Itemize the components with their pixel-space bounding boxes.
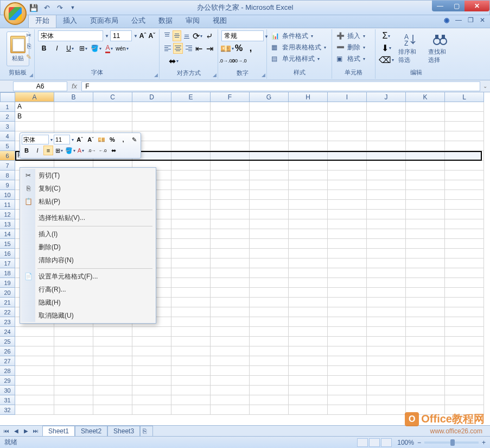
number-dialog-launcher[interactable]: ◢ [262, 72, 265, 78]
cell[interactable] [367, 112, 406, 122]
increase-font-icon[interactable]: Aˆ [139, 30, 147, 41]
cell[interactable] [289, 268, 328, 278]
cell[interactable] [250, 356, 289, 366]
cell[interactable] [171, 102, 211, 112]
cell[interactable] [250, 327, 289, 337]
row-header[interactable]: 8 [0, 171, 15, 180]
cell[interactable]: B [15, 112, 54, 122]
row-header[interactable]: 11 [0, 200, 15, 210]
close-button[interactable]: ✕ [464, 1, 489, 11]
tab-formulas[interactable]: 公式 [125, 14, 152, 28]
cell[interactable] [328, 337, 367, 346]
cell[interactable] [445, 327, 484, 337]
expand-formula-icon[interactable]: ⌄ [480, 83, 490, 89]
cell[interactable] [406, 317, 445, 327]
mini-size-combo[interactable] [54, 135, 70, 144]
cell[interactable] [171, 376, 211, 386]
cell[interactable] [328, 307, 367, 317]
cell[interactable] [328, 386, 367, 395]
cell[interactable] [211, 405, 250, 415]
cell[interactable] [171, 278, 211, 288]
mini-grow-font-icon[interactable]: Aˆ [75, 135, 85, 144]
mini-bold-button[interactable]: B [22, 146, 31, 155]
cell[interactable] [445, 356, 484, 366]
menu-format-cells[interactable]: 📄设置单元格格式(F)... [21, 270, 155, 283]
cell[interactable] [406, 337, 445, 346]
cell[interactable] [171, 180, 211, 190]
cell[interactable] [250, 229, 289, 239]
cell[interactable] [171, 219, 211, 229]
cell[interactable] [171, 356, 211, 366]
tab-insert[interactable]: 插入 [56, 14, 84, 28]
cell[interactable] [250, 219, 289, 229]
sort-filter-button[interactable]: AZ 排序和筛选 [396, 30, 424, 65]
cell[interactable] [406, 307, 445, 317]
cell[interactable] [250, 288, 289, 298]
cell[interactable] [289, 122, 328, 131]
cell[interactable] [289, 317, 328, 327]
cell[interactable] [406, 190, 445, 200]
cell[interactable] [250, 366, 289, 376]
row-header[interactable]: 7 [0, 161, 15, 171]
cell[interactable] [445, 141, 484, 151]
office-button[interactable] [4, 2, 27, 25]
cell[interactable] [250, 161, 289, 171]
cell[interactable] [211, 366, 250, 376]
cell[interactable] [211, 122, 250, 131]
menu-paste[interactable]: 📋粘贴(P) [21, 195, 155, 208]
font-color-button[interactable]: A▾ [103, 43, 115, 54]
cell[interactable] [445, 298, 484, 307]
cell[interactable] [289, 239, 328, 249]
cell[interactable] [93, 346, 132, 356]
cell[interactable] [93, 327, 132, 337]
cell[interactable] [367, 356, 406, 366]
cell[interactable] [289, 307, 328, 317]
chevron-down-icon[interactable]: ▼ [133, 34, 138, 39]
column-header[interactable]: J [367, 92, 406, 102]
cell[interactable] [289, 141, 328, 151]
cell[interactable] [250, 298, 289, 307]
cell[interactable] [406, 376, 445, 386]
cell[interactable] [211, 249, 250, 258]
cell[interactable] [171, 141, 211, 151]
row-header[interactable]: 28 [0, 366, 15, 376]
insert-cells-button[interactable]: ➕插入▾ [335, 30, 372, 42]
mini-italic-button[interactable]: I [33, 146, 42, 155]
cell[interactable] [250, 249, 289, 258]
font-dialog-launcher[interactable]: ◢ [154, 72, 158, 78]
delete-cells-button[interactable]: ➖删除▾ [335, 42, 372, 53]
cell[interactable] [328, 229, 367, 239]
cell[interactable] [171, 346, 211, 356]
cell[interactable] [445, 258, 484, 268]
cell[interactable] [445, 112, 484, 122]
clipboard-dialog-launcher[interactable]: ◢ [29, 72, 33, 78]
cell[interactable] [171, 122, 211, 131]
sheet-nav-first[interactable]: ⏮ [2, 428, 11, 434]
row-header[interactable]: 1 [0, 102, 15, 112]
cell[interactable] [406, 210, 445, 219]
row-header[interactable]: 30 [0, 386, 15, 395]
align-top-icon[interactable] [163, 30, 171, 41]
row-header[interactable]: 16 [0, 249, 15, 258]
cell[interactable] [250, 337, 289, 346]
cell[interactable] [367, 288, 406, 298]
cell[interactable] [250, 405, 289, 415]
cell[interactable] [328, 210, 367, 219]
row-header[interactable]: 31 [0, 395, 15, 405]
formula-input[interactable] [81, 81, 480, 91]
cell[interactable] [406, 122, 445, 131]
cell[interactable] [328, 376, 367, 386]
cell[interactable] [250, 171, 289, 180]
cell[interactable] [171, 327, 211, 337]
sheet-tab-2[interactable]: Sheet2 [75, 426, 107, 436]
cell[interactable] [211, 161, 250, 171]
column-header[interactable]: H [289, 92, 328, 102]
cell[interactable] [211, 317, 250, 327]
column-header[interactable]: E [171, 92, 211, 102]
cell[interactable] [250, 190, 289, 200]
cell[interactable] [406, 102, 445, 112]
cell[interactable] [367, 337, 406, 346]
cell[interactable] [445, 210, 484, 219]
cell[interactable] [328, 131, 367, 141]
alignment-dialog-launcher[interactable]: ◢ [213, 72, 217, 78]
